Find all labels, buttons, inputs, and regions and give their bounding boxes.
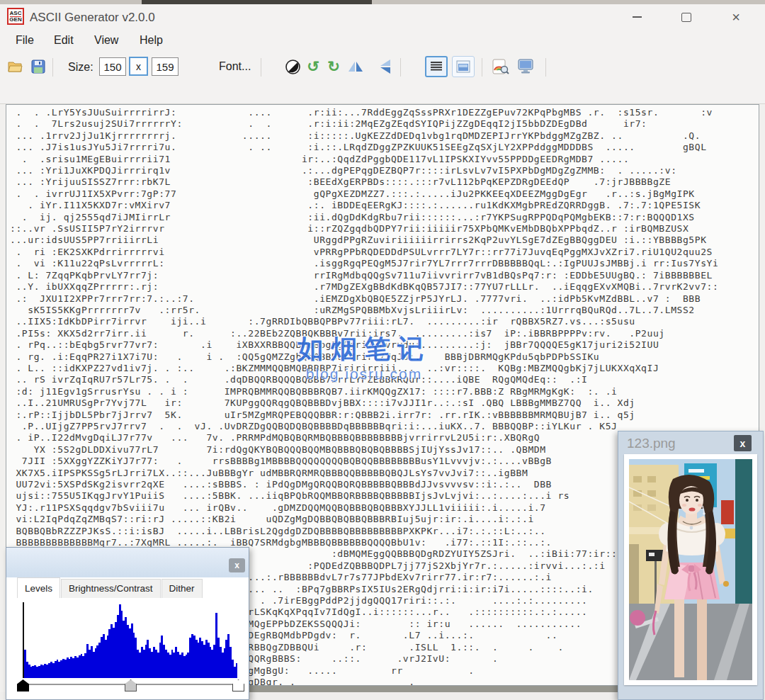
minimize-icon [633,16,642,18]
levels-slider-low-handle[interactable] [17,679,29,691]
ascii-generator-app: ASC GEN ASCII Generator v2.0.0 × File Ed… [0,0,765,700]
app-icon-text: GEN [9,17,21,23]
toolbar-separator [261,58,261,77]
toolbar-separator [545,58,546,77]
tab-levels[interactable]: Levels [17,577,60,598]
histogram-bars [24,604,238,678]
menu-item-edit[interactable]: Edit [54,34,74,47]
maximize-icon [681,13,691,22]
page-title: ASCII Generator v2.0.0 [30,11,155,25]
menu-bar: File Edit View Help [0,28,765,54]
tab-brightness-contrast[interactable]: Brightness/Contrast [61,579,161,598]
toolbar-separator [482,58,482,77]
menu-item-help[interactable]: Help [140,34,163,47]
size-label: Size: [68,61,94,74]
flip-vertical-icon [379,59,392,74]
maximize-button[interactable] [670,9,703,26]
levels-dialog-titlebar[interactable] [6,548,249,577]
colour-preview-button[interactable] [492,58,509,75]
toolbar-separator [400,58,401,77]
monitor-preview-button[interactable] [517,58,534,75]
levels-slider-high-handle[interactable] [232,679,244,691]
rotate-left-button[interactable]: ↺ [305,58,322,75]
toolbar-separator [52,58,53,77]
font-button[interactable]: Font... [215,60,255,74]
floppy-disk-icon [31,60,45,74]
menu-item-view[interactable]: View [94,34,118,47]
close-icon: × [732,10,740,24]
contrast-circle-icon [285,60,300,74]
menu-item-file[interactable]: File [16,34,34,47]
flip-horizontal-icon [348,60,363,73]
image-icon [456,60,470,73]
rainbow-image-icon [492,59,509,74]
folder-open-icon [8,60,23,73]
levels-dialog: x Levels Brightness/Contrast Dither [6,547,249,700]
preview-filename: 123.png [627,436,676,451]
lock-ratio-toggle[interactable]: x [129,57,148,76]
height-input[interactable]: 159 [152,57,178,76]
rotate-right-icon: ↻ [327,59,340,74]
text-lines-icon [430,61,443,72]
open-file-button[interactable] [7,58,24,75]
title-bar: ASC GEN ASCII Generator v2.0.0 × [0,4,765,28]
text-view-toggle[interactable] [425,56,448,77]
rotate-right-button[interactable]: ↻ [325,58,342,75]
toolbar: Size: 150 x 159 Font... ↺ ↻ [0,54,765,104]
histogram-left-spike [23,602,24,678]
levels-dialog-close-button[interactable]: x [229,558,245,572]
levels-dialog-body: Levels Brightness/Contrast Dither [10,577,245,696]
tab-dither[interactable]: Dither [162,579,203,598]
image-view-toggle[interactable] [452,56,475,77]
image-preview-window: 123.png x [618,431,764,700]
flip-vertical-button[interactable] [377,58,394,75]
source-photo-illustration [629,459,752,680]
flip-horizontal-button[interactable] [347,58,364,75]
width-input[interactable]: 150 [99,57,126,76]
app-icon: ASC GEN [7,8,24,25]
save-button[interactable] [30,58,47,75]
monitor-icon [517,59,534,74]
rotate-left-icon: ↺ [307,59,319,74]
levels-dialog-tabs: Levels Brightness/Contrast Dither [17,579,203,598]
levels-slider-mid-handle[interactable] [125,679,137,691]
minimize-button[interactable] [620,9,653,26]
close-button[interactable]: × [720,9,752,26]
levels-histogram [23,602,239,678]
invert-brightness-button[interactable] [284,58,301,75]
preview-photo [624,454,757,685]
preview-close-button[interactable]: x [734,435,752,451]
